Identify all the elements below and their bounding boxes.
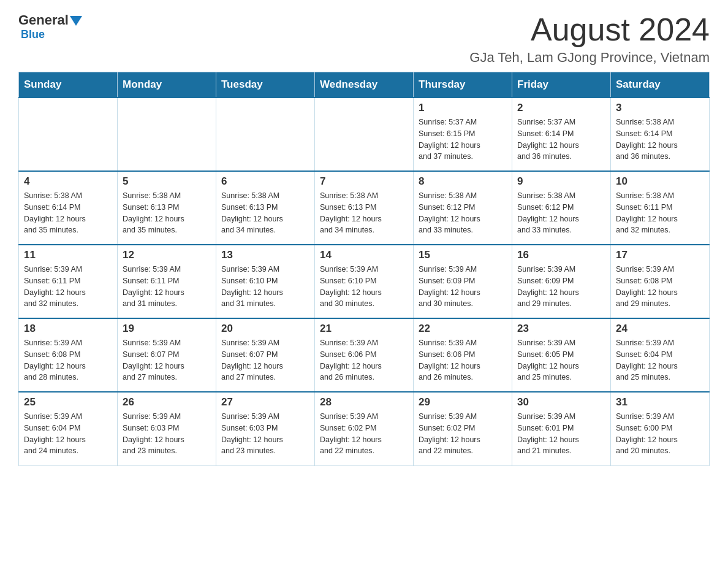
header-day-sunday: Sunday xyxy=(19,72,118,98)
day-number: 11 xyxy=(24,249,112,261)
day-number: 15 xyxy=(419,249,507,261)
day-number: 18 xyxy=(24,323,112,335)
day-number: 2 xyxy=(517,102,605,114)
day-number: 27 xyxy=(221,396,309,408)
week-row-3: 11Sunrise: 5:39 AMSunset: 6:11 PMDayligh… xyxy=(19,245,710,318)
day-info: Sunrise: 5:37 AMSunset: 6:15 PMDaylight:… xyxy=(419,117,507,163)
day-number: 19 xyxy=(123,323,211,335)
calendar-title-block: August 2024 GJa Teh, Lam GJong Province,… xyxy=(469,12,710,66)
day-number: 17 xyxy=(616,249,704,261)
day-number: 9 xyxy=(517,175,605,188)
day-info: Sunrise: 5:39 AMSunset: 6:03 PMDaylight:… xyxy=(123,411,211,457)
day-number: 1 xyxy=(419,102,507,114)
day-info: Sunrise: 5:39 AMSunset: 6:08 PMDaylight:… xyxy=(24,337,112,383)
header-day-saturday: Saturday xyxy=(611,72,710,98)
week-row-2: 4Sunrise: 5:38 AMSunset: 6:14 PMDaylight… xyxy=(19,171,710,245)
day-info: Sunrise: 5:39 AMSunset: 6:09 PMDaylight:… xyxy=(517,264,605,310)
day-number: 3 xyxy=(616,102,704,114)
day-number: 6 xyxy=(221,175,309,188)
day-info: Sunrise: 5:39 AMSunset: 6:05 PMDaylight:… xyxy=(517,337,605,383)
calendar-cell: 30Sunrise: 5:39 AMSunset: 6:01 PMDayligh… xyxy=(512,392,611,465)
calendar-cell: 12Sunrise: 5:39 AMSunset: 6:11 PMDayligh… xyxy=(118,245,216,318)
calendar-cell: 8Sunrise: 5:38 AMSunset: 6:12 PMDaylight… xyxy=(414,171,512,245)
calendar-cell: 10Sunrise: 5:38 AMSunset: 6:11 PMDayligh… xyxy=(611,171,710,245)
calendar-cell: 15Sunrise: 5:39 AMSunset: 6:09 PMDayligh… xyxy=(414,245,512,318)
day-info: Sunrise: 5:39 AMSunset: 6:02 PMDaylight:… xyxy=(419,411,507,457)
day-number: 7 xyxy=(320,175,408,188)
calendar-cell: 24Sunrise: 5:39 AMSunset: 6:04 PMDayligh… xyxy=(611,318,710,392)
week-row-4: 18Sunrise: 5:39 AMSunset: 6:08 PMDayligh… xyxy=(19,318,710,392)
calendar-title: August 2024 xyxy=(469,12,710,47)
day-info: Sunrise: 5:38 AMSunset: 6:14 PMDaylight:… xyxy=(616,117,704,163)
day-number: 4 xyxy=(24,175,112,188)
header-row: SundayMondayTuesdayWednesdayThursdayFrid… xyxy=(19,72,710,98)
day-number: 26 xyxy=(123,396,211,408)
calendar-cell: 19Sunrise: 5:39 AMSunset: 6:07 PMDayligh… xyxy=(118,318,216,392)
day-info: Sunrise: 5:38 AMSunset: 6:12 PMDaylight:… xyxy=(517,190,605,236)
day-number: 29 xyxy=(419,396,507,408)
calendar-cell: 20Sunrise: 5:39 AMSunset: 6:07 PMDayligh… xyxy=(216,318,315,392)
calendar-cell: 16Sunrise: 5:39 AMSunset: 6:09 PMDayligh… xyxy=(512,245,611,318)
day-info: Sunrise: 5:39 AMSunset: 6:11 PMDaylight:… xyxy=(123,264,211,310)
calendar-cell: 6Sunrise: 5:38 AMSunset: 6:13 PMDaylight… xyxy=(216,171,315,245)
calendar-header: SundayMondayTuesdayWednesdayThursdayFrid… xyxy=(19,72,710,98)
calendar-cell xyxy=(19,98,118,171)
header-day-thursday: Thursday xyxy=(414,72,512,98)
day-number: 13 xyxy=(221,249,309,261)
logo-triangle-icon xyxy=(70,16,82,26)
calendar-cell xyxy=(315,98,414,171)
day-info: Sunrise: 5:39 AMSunset: 6:10 PMDaylight:… xyxy=(320,264,408,310)
day-info: Sunrise: 5:39 AMSunset: 6:00 PMDaylight:… xyxy=(616,411,704,457)
calendar-cell: 17Sunrise: 5:39 AMSunset: 6:08 PMDayligh… xyxy=(611,245,710,318)
calendar-cell: 7Sunrise: 5:38 AMSunset: 6:13 PMDaylight… xyxy=(315,171,414,245)
calendar-cell: 22Sunrise: 5:39 AMSunset: 6:06 PMDayligh… xyxy=(414,318,512,392)
day-info: Sunrise: 5:39 AMSunset: 6:01 PMDaylight:… xyxy=(517,411,605,457)
calendar-cell: 4Sunrise: 5:38 AMSunset: 6:14 PMDaylight… xyxy=(19,171,118,245)
day-number: 5 xyxy=(123,175,211,188)
day-info: Sunrise: 5:39 AMSunset: 6:02 PMDaylight:… xyxy=(320,411,408,457)
day-number: 31 xyxy=(616,396,704,408)
day-info: Sunrise: 5:39 AMSunset: 6:09 PMDaylight:… xyxy=(419,264,507,310)
day-info: Sunrise: 5:39 AMSunset: 6:06 PMDaylight:… xyxy=(419,337,507,383)
calendar-cell: 1Sunrise: 5:37 AMSunset: 6:15 PMDaylight… xyxy=(414,98,512,171)
day-info: Sunrise: 5:38 AMSunset: 6:11 PMDaylight:… xyxy=(616,190,704,236)
day-info: Sunrise: 5:38 AMSunset: 6:13 PMDaylight:… xyxy=(221,190,309,236)
calendar-cell xyxy=(216,98,315,171)
calendar-cell: 18Sunrise: 5:39 AMSunset: 6:08 PMDayligh… xyxy=(19,318,118,392)
day-number: 28 xyxy=(320,396,408,408)
week-row-1: 1Sunrise: 5:37 AMSunset: 6:15 PMDaylight… xyxy=(19,98,710,171)
calendar-cell: 2Sunrise: 5:37 AMSunset: 6:14 PMDaylight… xyxy=(512,98,611,171)
calendar-cell: 14Sunrise: 5:39 AMSunset: 6:10 PMDayligh… xyxy=(315,245,414,318)
day-number: 20 xyxy=(221,323,309,335)
calendar-cell: 9Sunrise: 5:38 AMSunset: 6:12 PMDaylight… xyxy=(512,171,611,245)
header-day-tuesday: Tuesday xyxy=(216,72,315,98)
calendar-table: SundayMondayTuesdayWednesdayThursdayFrid… xyxy=(18,72,710,466)
calendar-cell: 3Sunrise: 5:38 AMSunset: 6:14 PMDaylight… xyxy=(611,98,710,171)
calendar-body: 1Sunrise: 5:37 AMSunset: 6:15 PMDaylight… xyxy=(19,98,710,465)
week-row-5: 25Sunrise: 5:39 AMSunset: 6:04 PMDayligh… xyxy=(19,392,710,465)
day-info: Sunrise: 5:38 AMSunset: 6:14 PMDaylight:… xyxy=(24,190,112,236)
day-info: Sunrise: 5:39 AMSunset: 6:07 PMDaylight:… xyxy=(221,337,309,383)
day-info: Sunrise: 5:37 AMSunset: 6:14 PMDaylight:… xyxy=(517,117,605,163)
day-number: 21 xyxy=(320,323,408,335)
day-info: Sunrise: 5:39 AMSunset: 6:06 PMDaylight:… xyxy=(320,337,408,383)
day-number: 30 xyxy=(517,396,605,408)
calendar-cell: 27Sunrise: 5:39 AMSunset: 6:03 PMDayligh… xyxy=(216,392,315,465)
calendar-cell: 11Sunrise: 5:39 AMSunset: 6:11 PMDayligh… xyxy=(19,245,118,318)
day-number: 22 xyxy=(419,323,507,335)
calendar-cell: 31Sunrise: 5:39 AMSunset: 6:00 PMDayligh… xyxy=(611,392,710,465)
day-number: 10 xyxy=(616,175,704,188)
calendar-cell xyxy=(118,98,216,171)
day-number: 23 xyxy=(517,323,605,335)
day-number: 14 xyxy=(320,249,408,261)
day-number: 12 xyxy=(123,249,211,261)
day-info: Sunrise: 5:39 AMSunset: 6:11 PMDaylight:… xyxy=(24,264,112,310)
day-number: 8 xyxy=(419,175,507,188)
calendar-cell: 28Sunrise: 5:39 AMSunset: 6:02 PMDayligh… xyxy=(315,392,414,465)
calendar-cell: 23Sunrise: 5:39 AMSunset: 6:05 PMDayligh… xyxy=(512,318,611,392)
day-info: Sunrise: 5:39 AMSunset: 6:03 PMDaylight:… xyxy=(221,411,309,457)
logo: General Blue xyxy=(18,12,82,41)
day-number: 25 xyxy=(24,396,112,408)
day-info: Sunrise: 5:38 AMSunset: 6:13 PMDaylight:… xyxy=(320,190,408,236)
calendar-cell: 26Sunrise: 5:39 AMSunset: 6:03 PMDayligh… xyxy=(118,392,216,465)
